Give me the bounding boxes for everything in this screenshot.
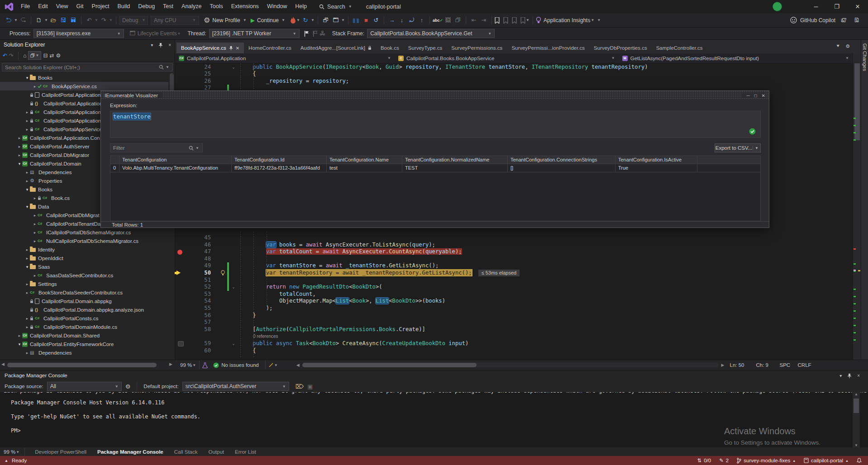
code-line[interactable]: 53 totalCount, bbox=[175, 291, 853, 298]
collapsed-chevron-icon[interactable]: ▸ bbox=[32, 222, 38, 226]
fold-chevron-icon[interactable]: ⌄ bbox=[230, 64, 237, 71]
open-file-icon[interactable]: 🗁 bbox=[48, 16, 58, 25]
tree-item[interactable]: ▸C#CallpilotPortalConsts.cs bbox=[0, 314, 168, 323]
code-line[interactable]: 54 ObjectMapper.Map<List<Book>, List<Boo… bbox=[175, 298, 853, 305]
tree-item[interactable]: CallpilotPortal.Domain.abppkg bbox=[0, 297, 168, 305]
code-line[interactable]: 49 var tenantStore = await _tenantStore.… bbox=[175, 262, 853, 270]
menu-edit[interactable]: Edit bbox=[34, 0, 52, 13]
current-repo-button[interactable]: callpilot-portal▲ bbox=[804, 458, 849, 463]
collapsed-chevron-icon[interactable]: ▸ bbox=[24, 170, 30, 175]
collapsed-chevron-icon[interactable]: ▸ bbox=[32, 213, 38, 218]
breakpoint-icon[interactable] bbox=[177, 250, 182, 255]
code-line[interactable]: 56 } bbox=[175, 312, 853, 319]
package-source-settings-icon[interactable]: ⚙ bbox=[125, 383, 131, 390]
code-line[interactable]: 50 var tenantRepository = await _tenantR… bbox=[175, 270, 853, 277]
clear-console-icon[interactable]: ⌦ bbox=[296, 383, 304, 390]
save-icon[interactable]: 🖫 bbox=[58, 16, 68, 25]
bottom-panel-tab[interactable]: Output bbox=[203, 449, 230, 455]
editor-zoom-dropdown-icon[interactable]: ▼ bbox=[192, 363, 196, 367]
se-sync-active-icon[interactable]: ⇄ bbox=[49, 52, 54, 59]
scroll-down-icon[interactable]: ▼ bbox=[854, 443, 858, 447]
package-source-combo[interactable]: All▼ bbox=[47, 382, 122, 391]
collapsed-chevron-icon[interactable]: ▸ bbox=[17, 333, 22, 338]
pin-icon[interactable] bbox=[158, 43, 163, 47]
collapsed-chevron-icon[interactable]: ▸ bbox=[24, 351, 30, 355]
pmc-options-chevron-icon[interactable]: ▾ bbox=[839, 373, 842, 378]
collapsed-chevron-icon[interactable]: ▸ bbox=[24, 256, 30, 261]
close-panel-icon[interactable]: × bbox=[168, 43, 171, 47]
menu-test[interactable]: Test bbox=[159, 0, 177, 13]
lifecycle-events-label[interactable]: Lifecycle Events bbox=[138, 30, 177, 37]
collapsed-chevron-icon[interactable]: ▸ bbox=[32, 239, 38, 243]
new-item-dropdown-icon[interactable]: ▼ bbox=[44, 18, 48, 22]
collapsed-chevron-icon[interactable]: ▸ bbox=[24, 179, 30, 183]
tree-item[interactable]: ▾Books bbox=[0, 73, 168, 82]
tree-item[interactable]: ▸Settings bbox=[0, 280, 168, 288]
code-line[interactable]: 58 [Authorize(CallpilotPortalPermissions… bbox=[175, 326, 853, 333]
grid-cell[interactable]: ff9e78fd-8172-f23a-f312-3a1a66f4aafd bbox=[232, 164, 327, 172]
navigate-forward-icon[interactable]: ⮎ bbox=[18, 16, 28, 25]
expanded-chevron-icon[interactable]: ▾ bbox=[24, 265, 30, 269]
se-back-icon[interactable]: ↶ bbox=[3, 52, 7, 59]
fold-chevron-icon[interactable]: ⌄ bbox=[230, 284, 237, 291]
menu-build[interactable]: Build bbox=[113, 0, 134, 13]
expanded-chevron-icon[interactable]: ▾ bbox=[17, 161, 22, 166]
codelens-row[interactable]: 0 references bbox=[175, 333, 853, 340]
collapsed-chevron-icon[interactable]: ▸ bbox=[17, 136, 22, 140]
editor-hscrollbar[interactable] bbox=[302, 363, 719, 367]
tree-item[interactable]: ▸OpenIddict bbox=[0, 254, 168, 262]
save-all-icon[interactable]: 🖬 bbox=[68, 16, 78, 25]
collapsed-chevron-icon[interactable]: ▸ bbox=[24, 290, 30, 295]
collapsed-chevron-icon[interactable]: ▸ bbox=[32, 273, 38, 278]
unpushed-edits-button[interactable]: ✎ 2 bbox=[719, 457, 729, 464]
expanded-chevron-icon[interactable]: ▾ bbox=[24, 187, 30, 192]
grid-cell[interactable]: True bbox=[615, 164, 697, 172]
stop-host-icon[interactable]: ▣ bbox=[307, 383, 313, 390]
scroll-thumb[interactable] bbox=[7, 363, 157, 367]
collapsed-chevron-icon[interactable]: ▸ bbox=[32, 230, 38, 235]
export-dropdown-icon[interactable]: ▼ bbox=[753, 146, 760, 150]
scroll-thumb[interactable] bbox=[854, 399, 859, 413]
se-properties-icon[interactable]: ⚙ bbox=[56, 52, 61, 59]
notifications-bell-button[interactable] bbox=[857, 458, 862, 463]
line-indicator[interactable]: Ln: 50 bbox=[730, 362, 756, 368]
dialog-close-icon[interactable]: ✕ bbox=[762, 93, 765, 98]
scroll-thumb[interactable] bbox=[302, 363, 477, 367]
pmc-zoom-value[interactable]: 99 % bbox=[4, 449, 15, 455]
menu-git[interactable]: Git bbox=[72, 0, 88, 13]
bottom-panel-tab[interactable]: Error List bbox=[229, 449, 262, 455]
solution-configuration-combo[interactable]: Debug▼ bbox=[119, 16, 148, 25]
tree-item[interactable]: ▸C#NullCallpilotPortalDbSchemaMigrator.c… bbox=[0, 237, 168, 245]
bottom-panel-tab[interactable]: Package Manager Console bbox=[92, 449, 169, 455]
grid-data-row[interactable]: 0Volo.Abp.MultiTenancy.TenantConfigurati… bbox=[110, 164, 760, 172]
se-search-dropdown-icon[interactable]: ▼ bbox=[165, 65, 170, 69]
collapsed-chevron-icon[interactable]: ▸ bbox=[24, 316, 30, 321]
dialog-title-bar[interactable]: IEnumerable Visualizer ─ □ ✕ bbox=[101, 91, 769, 100]
se-home-icon[interactable]: ⌂ bbox=[23, 52, 26, 59]
tree-item[interactable]: ▸C#SaasDataSeedContributor.cs bbox=[0, 271, 168, 280]
code-line[interactable]: 25 { bbox=[175, 71, 853, 78]
lightbulb-icon[interactable] bbox=[220, 270, 226, 276]
grid-cell[interactable]: Volo.Abp.MultiTenancy.TenantConfiguratio… bbox=[119, 164, 232, 172]
collapsed-chevron-icon[interactable]: ▸ bbox=[32, 196, 38, 200]
collapsed-chevron-icon[interactable]: ▸ bbox=[24, 110, 30, 114]
code-fix-wand-icon[interactable] bbox=[268, 362, 274, 368]
code-line[interactable]: 59⌄ public async Task<BookDto> CreateAsy… bbox=[175, 340, 853, 347]
pin-icon[interactable] bbox=[847, 373, 852, 378]
navigate-back-dropdown-icon[interactable]: ▼ bbox=[14, 18, 18, 22]
redo-dropdown-icon[interactable]: ▼ bbox=[109, 18, 113, 22]
tree-item[interactable]: ▾Saas bbox=[0, 262, 168, 271]
dialog-maximize-icon[interactable]: □ bbox=[754, 93, 757, 98]
code-line[interactable]: 51 bbox=[175, 277, 853, 284]
scroll-right-icon[interactable]: ▶ bbox=[169, 362, 172, 366]
se-switch-views-button[interactable]: 🗇 ▼ bbox=[28, 51, 41, 60]
pmc-close-icon[interactable]: × bbox=[857, 373, 860, 378]
process-combo[interactable]: [31536] iisexpress.exe▼ bbox=[33, 29, 124, 38]
code-line[interactable]: 55 ); bbox=[175, 305, 853, 312]
filter-dropdown-icon[interactable]: ▼ bbox=[195, 146, 200, 150]
code-line[interactable]: 47 var totalCount = await AsyncExecuter.… bbox=[175, 248, 853, 256]
collapsed-chevron-icon[interactable]: ▸ bbox=[24, 127, 30, 132]
hscroll-left-icon[interactable]: ◀ bbox=[296, 363, 300, 367]
scroll-up-icon[interactable]: ▲ bbox=[854, 392, 858, 396]
redo-icon[interactable]: ↷ bbox=[99, 16, 109, 25]
